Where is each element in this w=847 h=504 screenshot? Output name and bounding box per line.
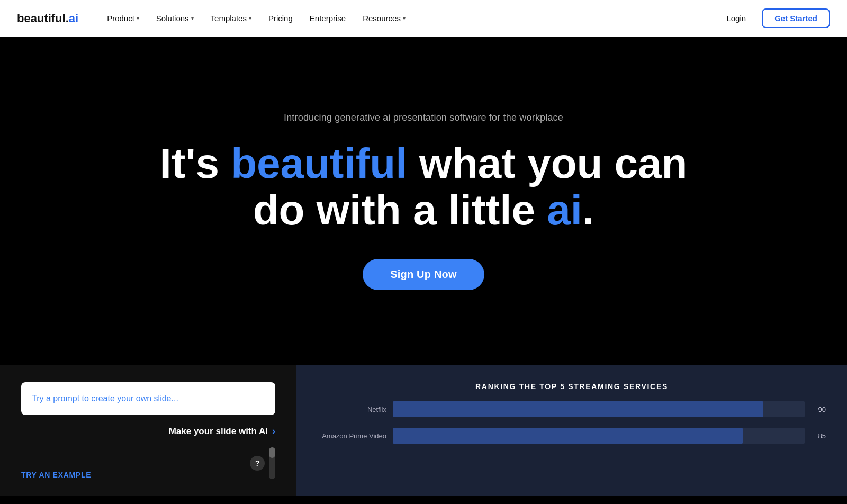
nav-item-templates[interactable]: Templates ▾ [203,10,259,27]
nav-item-pricing[interactable]: Pricing [261,10,300,27]
logo-ai: ai [69,12,78,25]
scrollbar-thumb [269,447,275,458]
hero-subtitle: Introducing generative ai presentation s… [284,112,563,123]
chart-bar-container-amazon [393,428,805,444]
chart-bar-container-netflix [393,401,805,417]
get-started-button[interactable]: Get Started [762,8,830,28]
ai-prompt-panel: Make your slide with AI › TRY AN EXAMPLE… [0,365,296,496]
nav-label-solutions: Solutions [156,14,189,23]
arrow-right-icon: › [272,426,275,437]
bottom-section: Make your slide with AI › TRY AN EXAMPLE… [0,365,847,496]
try-example-link[interactable]: TRY AN EXAMPLE [21,471,91,479]
chart-value-amazon: 85 [811,432,826,440]
chart-bar-netflix [393,401,763,417]
hero-title-end: . [582,186,594,233]
hero-title-blue2: ai [547,186,582,233]
chart-row-amazon: Amazon Prime Video 85 [318,428,826,444]
chart-bar-amazon [393,428,743,444]
chart-label-netflix: Netflix [318,406,386,413]
navbar-actions: Login Get Started [719,8,830,28]
chevron-down-icon: ▾ [403,15,406,21]
chevron-down-icon: ▾ [249,15,251,21]
nav-label-pricing: Pricing [268,14,293,23]
nav-item-resources[interactable]: Resources ▾ [355,10,413,27]
nav-item-solutions[interactable]: Solutions ▾ [149,10,201,27]
navbar: beautiful.ai Product ▾ Solutions ▾ Templ… [0,0,847,37]
chevron-down-icon: ▾ [191,15,194,21]
signup-button[interactable]: Sign Up Now [363,259,484,290]
nav-item-product[interactable]: Product ▾ [100,10,147,27]
make-slide-label: Make your slide with AI [169,426,268,437]
chart-label-amazon: Amazon Prime Video [318,432,386,440]
login-button[interactable]: Login [719,10,753,27]
chart-value-netflix: 90 [811,406,826,413]
help-icon[interactable]: ? [250,456,265,471]
logo-text: beautiful [17,12,66,25]
nav-label-product: Product [107,14,134,23]
left-bottom-row: TRY AN EXAMPLE ? [21,447,275,479]
chart-title: RANKING THE TOP 5 STREAMING SERVICES [318,382,826,391]
scrollbar-track[interactable] [269,447,275,479]
nav-label-resources: Resources [363,14,401,23]
nav-label-enterprise: Enterprise [310,14,346,23]
nav-label-templates: Templates [211,14,247,23]
logo[interactable]: beautiful.ai [17,12,78,25]
chart-row-netflix: Netflix 90 [318,401,826,417]
hero-title-part1: It's [160,140,231,187]
nav-menu: Product ▾ Solutions ▾ Templates ▾ Pricin… [100,10,719,27]
chart-panel: RANKING THE TOP 5 STREAMING SERVICES Net… [296,365,847,496]
chevron-down-icon: ▾ [137,15,139,21]
hero-section: Introducing generative ai presentation s… [0,37,847,365]
hero-title-blue1: beautiful [231,140,407,187]
nav-item-enterprise[interactable]: Enterprise [302,10,353,27]
make-slide-link[interactable]: Make your slide with AI › [21,426,275,437]
hero-title: It's beautiful what you can do with a li… [159,140,688,233]
prompt-input[interactable] [21,382,275,415]
